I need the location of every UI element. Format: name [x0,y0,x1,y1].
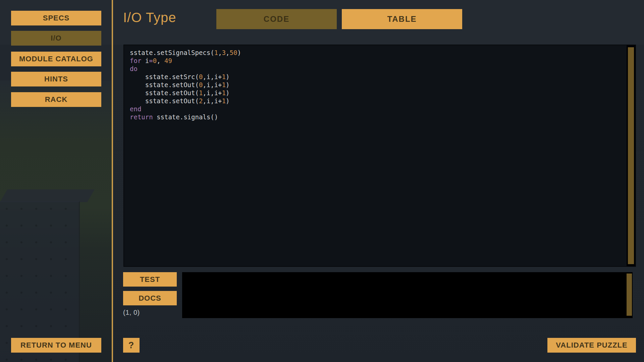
code-line: sstate.setOut(1,i,i+1) [130,89,624,97]
page-title: I/O Type [123,10,176,25]
cursor-position-indicator: (1, 0) [123,309,140,316]
tab-table[interactable]: TABLE [342,9,462,29]
code-line: sstate.setSignalSpecs(1,3,50) [130,49,624,57]
sidebar-item-hints[interactable]: HINTS [11,72,101,86]
code-line: sstate.setOut(0,i,i+1) [130,81,624,89]
validate-puzzle-button[interactable]: VALIDATE PUZZLE [547,338,636,353]
code-editor-content[interactable]: sstate.setSignalSpecs(1,3,50)for i=0, 49… [130,49,624,264]
code-line: do [130,65,624,73]
test-output-scrollbar-thumb[interactable] [627,274,632,316]
test-button[interactable]: TEST [123,272,177,287]
editor-scrollbar-track[interactable] [627,45,635,266]
code-line: end [130,105,624,113]
sidebar-item-specs[interactable]: SPECS [11,11,101,25]
code-line: return sstate.signals() [130,113,624,121]
sidebar-item-module-catalog[interactable]: MODULE CATALOG [11,52,101,66]
synth-cabinet-top [0,189,95,202]
tab-code[interactable]: CODE [216,9,337,29]
sidebar-item-io[interactable]: I/O [11,31,101,46]
code-editor[interactable]: sstate.setSignalSpecs(1,3,50)for i=0, 49… [123,45,636,267]
code-line: sstate.setSrc(0,i,i+1) [130,73,624,81]
code-line: sstate.setOut(2,i,i+1) [130,97,624,105]
return-to-menu-button[interactable]: RETURN TO MENU [11,338,101,353]
help-button[interactable]: ? [123,338,140,353]
editor-scrollbar-thumb[interactable] [628,47,634,264]
sidebar-item-rack[interactable]: RACK [11,92,101,107]
vertical-divider [112,0,113,362]
docs-button[interactable]: DOCS [123,291,177,305]
test-output-panel[interactable] [182,272,633,318]
code-line: for i=0, 49 [130,57,624,65]
